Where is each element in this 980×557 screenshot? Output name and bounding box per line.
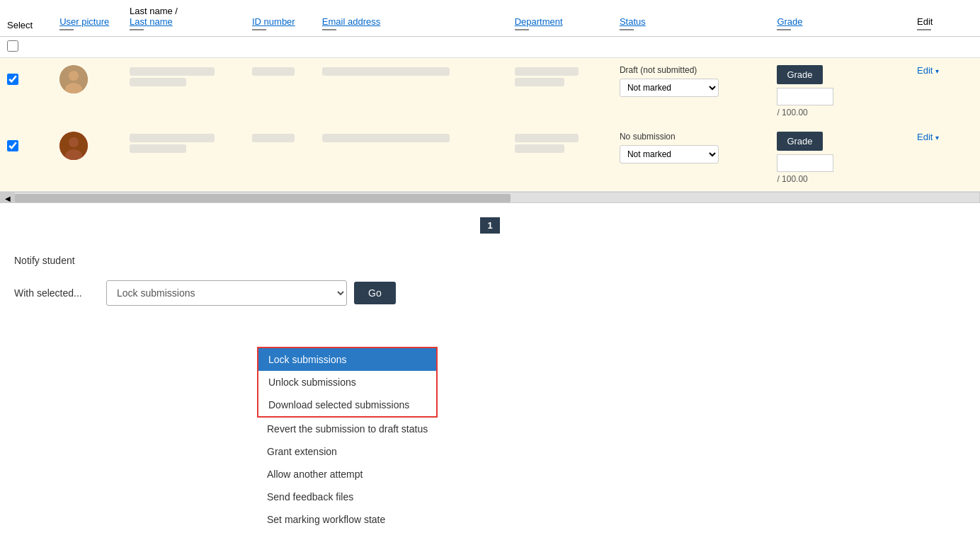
row1-status-cell: Draft (not submitted) Not marked In mark…: [612, 58, 770, 125]
col-header-idnumber-link[interactable]: ID number: [252, 16, 295, 27]
notify-label: Notify student: [14, 255, 75, 266]
header-empty-email: [315, 37, 508, 58]
dropdown-item-download[interactable]: Download selected submissions: [258, 394, 436, 416]
row2-id-cell: [245, 125, 315, 191]
sort-bar-lastname: [130, 29, 144, 30]
col-header-grade: Grade: [770, 0, 910, 37]
col-header-department-link[interactable]: Department: [515, 16, 563, 27]
row2-id-blur: [252, 134, 295, 142]
dropdown-overlay: Lock submissions Unlock submissions Down…: [257, 347, 438, 531]
row1-grade-input[interactable]: [777, 88, 833, 105]
row2-checkbox[interactable]: [7, 140, 18, 151]
row2-grade-cell: Grade / 100.00: [770, 125, 910, 191]
row2-edit-label: Edit: [917, 132, 933, 142]
row1-checkbox[interactable]: [7, 74, 18, 85]
row2-avatar: [59, 132, 88, 160]
row2-grade-input[interactable]: [777, 154, 833, 172]
select-label: Select: [7, 20, 33, 30]
row2-status-select[interactable]: Not marked In marking Marking complete: [620, 145, 719, 163]
dropdown-item-another-attempt[interactable]: Allow another attempt: [257, 463, 438, 486]
row2-name-blur2: [130, 144, 186, 153]
dropdown-item-feedback[interactable]: Send feedback files: [257, 486, 438, 508]
col-header-lastname-link[interactable]: Last name: [130, 16, 173, 27]
header-checkbox-cell: [0, 37, 52, 58]
row2-status-cell: No submission Not marked In marking Mark…: [612, 125, 770, 191]
scrollbar-thumb[interactable]: [15, 194, 511, 202]
col-header-select: Select: [0, 0, 52, 37]
column-header-row: Select User picture Last name / Last nam…: [0, 0, 980, 37]
table-row: Draft (not submitted) Not marked In mark…: [0, 58, 980, 125]
dropdown-item-lock[interactable]: Lock submissions: [258, 348, 436, 371]
row1-id-cell: [245, 58, 315, 125]
header-empty-grade: [770, 37, 910, 58]
row1-edit-label: Edit: [917, 65, 933, 76]
header-empty-edit: [910, 37, 980, 58]
row2-name-blur1: [130, 134, 215, 142]
sort-bar-picture: [59, 29, 74, 30]
header-empty-id: [245, 37, 315, 58]
row1-avatar: [59, 65, 88, 93]
pagination-area: 1: [0, 217, 980, 234]
row2-checkbox-wrapper: [7, 132, 45, 151]
scroll-left-arrow[interactable]: ◀: [1, 193, 15, 203]
dropdown-item-unlock[interactable]: Unlock submissions: [258, 371, 436, 394]
sort-bar-grade: [777, 29, 791, 30]
row2-grade-max: / 100.00: [777, 174, 807, 184]
header-empty-status: [612, 37, 770, 58]
row2-select-cell: [0, 125, 52, 191]
dropdown-item-revert[interactable]: Revert the submission to draft status: [257, 418, 438, 440]
row1-edit-arrow: ▾: [935, 67, 939, 75]
header-empty-lastname: [122, 37, 245, 58]
lastname-slash: Last name /: [130, 6, 178, 16]
row2-edit-arrow: ▾: [935, 134, 939, 142]
page-number-badge[interactable]: 1: [480, 217, 499, 234]
col-header-idnumber: ID number: [245, 0, 315, 37]
col-header-picture: User picture: [52, 0, 122, 37]
sort-bar-department: [515, 29, 529, 30]
header-checkbox-row: [0, 37, 980, 58]
col-header-grade-link[interactable]: Grade: [777, 16, 802, 27]
go-button[interactable]: Go: [354, 282, 396, 304]
col-header-status: Status: [612, 0, 770, 37]
horizontal-scrollbar[interactable]: ◀: [0, 192, 980, 203]
sort-bar-idnumber: [252, 29, 266, 30]
row1-checkbox-wrapper: [7, 65, 45, 85]
row1-dept-cell: [508, 58, 612, 125]
col-header-department: Department: [508, 0, 612, 37]
row1-email-blur: [322, 67, 450, 76]
row1-picture-cell: [52, 58, 122, 125]
col-header-email-link[interactable]: Email address: [322, 16, 380, 27]
col-header-email: Email address: [315, 0, 508, 37]
submissions-table: Select User picture Last name / Last nam…: [0, 0, 980, 191]
dropdown-item-extension[interactable]: Grant extension: [257, 440, 438, 463]
row2-grade-button[interactable]: Grade: [777, 132, 822, 151]
col-header-status-link[interactable]: Status: [620, 16, 646, 27]
action-select[interactable]: Lock submissions Unlock submissions Down…: [106, 280, 347, 306]
select-all-checkbox[interactable]: [7, 40, 18, 52]
edit-label: Edit: [917, 16, 933, 27]
row1-status-select[interactable]: Not marked In marking Marking complete: [620, 79, 719, 97]
row2-dept-blur2: [515, 144, 564, 153]
row2-email-cell: [315, 125, 508, 191]
notify-row: Notify student: [0, 248, 980, 273]
row2-picture-cell: [52, 125, 122, 191]
row1-dept-blur2: [515, 78, 564, 86]
row1-grade-cell: Grade / 100.00: [770, 58, 910, 125]
dropdown-border: Lock submissions Unlock submissions Down…: [257, 347, 438, 418]
row1-name-blur1: [130, 67, 215, 76]
row1-grade-max: / 100.00: [777, 108, 807, 117]
sort-bar-edit: [917, 29, 931, 30]
dropdown-item-workflow[interactable]: Set marking workflow state: [257, 508, 438, 531]
row1-grade-button[interactable]: Grade: [777, 65, 822, 84]
svg-point-1: [69, 71, 79, 81]
col-header-picture-link[interactable]: User picture: [59, 16, 109, 27]
row1-id-blur: [252, 67, 295, 76]
row2-edit-link[interactable]: Edit ▾: [917, 132, 939, 142]
row1-edit-link[interactable]: Edit ▾: [917, 65, 939, 76]
header-empty-picture: [52, 37, 122, 58]
table-row: No submission Not marked In marking Mark…: [0, 125, 980, 191]
row1-avatar-svg: [59, 65, 88, 93]
row1-name-blur2: [130, 78, 186, 86]
row1-dept-blur1: [515, 67, 579, 76]
row2-email-blur: [322, 134, 450, 142]
